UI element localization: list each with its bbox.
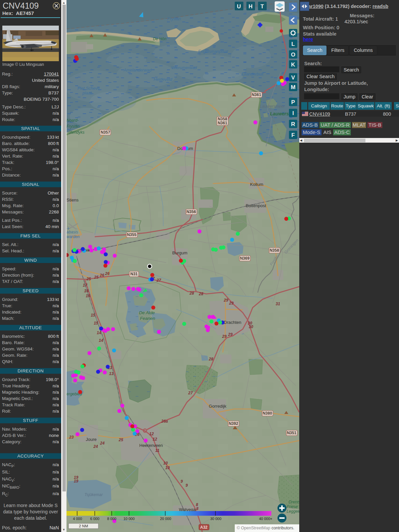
svg-text:23: 23	[69, 435, 74, 440]
svg-text:plaat: plaat	[82, 91, 92, 95]
svg-text:14: 14	[99, 338, 103, 343]
svg-text:Feanen: Feanen	[140, 316, 155, 321]
svg-text:U: U	[237, 3, 241, 9]
svg-text:30 000: 30 000	[210, 517, 221, 521]
svg-text:R: R	[291, 121, 295, 127]
svg-text:N380: N380	[263, 411, 272, 416]
svg-text:F: F	[291, 132, 295, 138]
svg-text:Joure: Joure	[86, 437, 97, 442]
svg-text:29: 29	[228, 332, 233, 337]
svg-text:30: 30	[249, 325, 253, 329]
svg-text:Noard-: Noard-	[66, 118, 79, 123]
svg-text:V: V	[291, 74, 295, 81]
svg-text:Leggelder: Leggelder	[287, 509, 299, 514]
svg-text:N351: N351	[287, 431, 297, 435]
svg-text:Gorredijk: Gorredijk	[209, 404, 226, 409]
svg-text:26: 26	[99, 273, 104, 278]
svg-text:Buitenpost: Buitenpost	[246, 203, 266, 208]
svg-text:Lauwersmeer: Lauwersmeer	[260, 104, 285, 109]
svg-text:19: 19	[74, 479, 78, 483]
svg-text:4 000: 4 000	[73, 517, 82, 521]
svg-text:13: 13	[109, 371, 114, 376]
svg-text:N355: N355	[127, 232, 137, 237]
svg-text:Fryslân: Fryslân	[167, 17, 181, 21]
svg-text:Engelsmanplaat: Engelsmanplaat	[198, 49, 228, 54]
svg-text:24: 24	[93, 444, 98, 449]
svg-text:ûtendyks: ûtendyks	[68, 130, 84, 135]
svg-text:Burgum: Burgum	[172, 250, 188, 255]
svg-text:10 000: 10 000	[123, 517, 135, 521]
svg-text:N356: N356	[187, 209, 196, 214]
svg-text:10: 10	[163, 461, 168, 466]
svg-text:15: 15	[91, 313, 95, 318]
svg-text:Drents-: Drents-	[289, 500, 299, 504]
svg-text:N358: N358	[270, 248, 279, 253]
svg-text:8: 8	[196, 506, 199, 511]
svg-text:L: L	[291, 41, 295, 47]
svg-text:24: 24	[100, 441, 105, 446]
svg-text:10: 10	[165, 466, 170, 470]
svg-text:25: 25	[86, 277, 91, 281]
svg-text:25: 25	[118, 438, 123, 442]
svg-text:N31: N31	[130, 272, 138, 276]
svg-text:© OpenStreetMap contributors.: © OpenStreetMap contributors.	[237, 526, 294, 530]
svg-text:P: P	[291, 99, 295, 105]
svg-text:N357: N357	[101, 130, 110, 135]
svg-text:29: 29	[229, 301, 234, 306]
svg-text:2 NM: 2 NM	[79, 524, 88, 528]
svg-text:Amelanderwad: Amelanderwad	[123, 68, 152, 72]
svg-text:T: T	[260, 3, 264, 9]
svg-text:12: 12	[149, 432, 154, 436]
svg-text:26: 26	[105, 271, 110, 276]
svg-text:Stiens: Stiens	[66, 198, 79, 202]
svg-text:Fryslân: Fryslân	[66, 124, 80, 129]
svg-text:De Hôn: De Hôn	[153, 37, 167, 41]
svg-text:abasis: abasis	[66, 230, 78, 234]
svg-text:warden: warden	[66, 234, 80, 239]
svg-text:11: 11	[155, 448, 160, 453]
svg-text:12: 12	[153, 437, 157, 442]
svg-text:N361: N361	[252, 92, 261, 97]
svg-text:Tsjûkemar: Tsjûkemar	[84, 492, 103, 497]
svg-text:Piet Scheve: Piet Scheve	[77, 86, 100, 91]
svg-text:A32: A32	[200, 525, 207, 530]
svg-text:40 000+: 40 000+	[259, 517, 272, 521]
svg-text:31: 31	[276, 302, 280, 306]
svg-text:17: 17	[83, 283, 88, 288]
svg-text:8 000: 8 000	[107, 517, 116, 521]
svg-text:Wierumerwad: Wierumerwad	[171, 66, 197, 70]
svg-text:9: 9	[181, 479, 183, 484]
svg-text:De Alde: De Alde	[139, 310, 155, 315]
svg-text:Kollum: Kollum	[250, 182, 263, 187]
svg-text:16: 16	[86, 294, 90, 298]
svg-text:N392: N392	[229, 421, 238, 426]
svg-text:29: 29	[223, 298, 228, 303]
svg-text:28: 28	[199, 292, 203, 296]
svg-text:14: 14	[97, 331, 101, 335]
svg-text:Friese Wo: Friese Wo	[287, 504, 299, 509]
svg-text:Heideveld: Heideveld	[154, 77, 173, 82]
svg-text:28: 28	[208, 357, 213, 361]
svg-text:K: K	[291, 62, 295, 68]
svg-text:Heerenveen: Heerenveen	[139, 443, 163, 448]
svg-text:H: H	[249, 3, 253, 9]
svg-text:Eilanderbult: Eilanderbult	[241, 72, 264, 76]
svg-text:Drachten: Drachten	[224, 320, 241, 325]
svg-text:I: I	[292, 110, 294, 116]
svg-text:N361: N361	[218, 121, 227, 125]
svg-text:9: 9	[186, 483, 188, 488]
svg-text:28: 28	[189, 291, 194, 296]
svg-text:6 000: 6 000	[90, 517, 99, 521]
svg-text:20 000: 20 000	[160, 517, 171, 521]
svg-text:27: 27	[188, 391, 193, 395]
svg-text:M: M	[291, 84, 295, 90]
svg-text:O: O	[291, 52, 295, 58]
svg-text:25: 25	[94, 275, 99, 280]
svg-text:29: 29	[222, 334, 227, 339]
svg-text:N369: N369	[240, 256, 250, 261]
svg-text:26a: 26a	[161, 419, 168, 424]
svg-text:27: 27	[156, 278, 162, 283]
svg-text:16: 16	[84, 289, 89, 293]
svg-text:15: 15	[94, 321, 98, 326]
